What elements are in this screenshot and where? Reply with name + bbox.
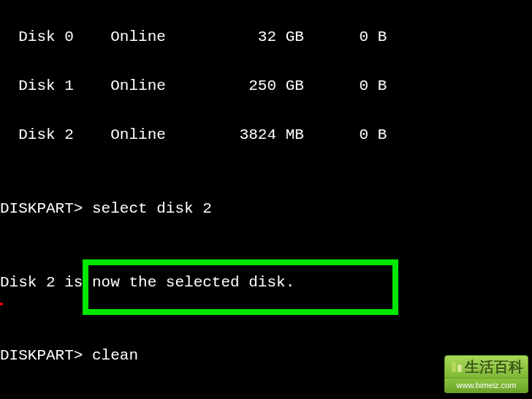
select-disk-command: DISKPART> select disk 2 (0, 197, 532, 221)
select-disk-result: Disk 2 is now the selected disk. (0, 270, 532, 295)
red-marker (0, 303, 3, 305)
terminal-output: Disk 0 Online 32 GB 0 B Disk 1 Online 25… (0, 0, 532, 399)
watermark: 生活百科 www.bimeiz.com (444, 355, 528, 395)
disk-row-0: Disk 0 Online 32 GB 0 B (0, 25, 532, 50)
watermark-title: 生活百科 (444, 355, 528, 379)
watermark-url: www.bimeiz.com (444, 379, 528, 393)
disk-row-2: Disk 2 Online 3824 MB 0 B (0, 123, 532, 148)
watermark-logo-icon (450, 360, 463, 373)
disk-row-1: Disk 1 Online 250 GB 0 B (0, 74, 532, 99)
